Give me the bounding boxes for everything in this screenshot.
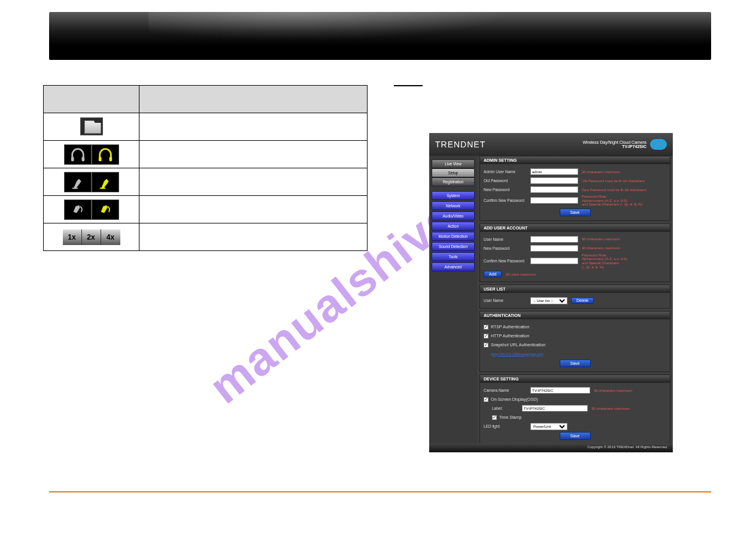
shot-footer: Copyright © 2013 TRENDnet. All Rights Re… [429, 443, 673, 452]
svg-rect-5 [99, 188, 105, 189]
th-icon [44, 86, 139, 113]
add-button[interactable]: Add [484, 271, 502, 277]
speaker-on-icon [92, 200, 119, 220]
cell-headphone-desc [139, 141, 368, 168]
icon-definition-table: 1x 2x 4x [43, 85, 368, 251]
label-note: 30 characters maximum [591, 407, 666, 410]
panel-auth: AUTHENTICATION RTSP Authentication HTTP … [479, 311, 670, 372]
sidebar-item-registration[interactable]: Registration [432, 177, 475, 186]
add-user-note: 30 characters maximum [582, 237, 666, 241]
page-banner [49, 12, 711, 60]
svg-rect-1 [81, 156, 84, 161]
led-label: LED light: [484, 424, 530, 428]
led-select[interactable]: Power/Link [530, 423, 567, 430]
brand-logo: TRENDNET [435, 140, 485, 149]
label-input[interactable] [522, 405, 588, 412]
camera-model: TV-IP742SIC [582, 144, 646, 149]
admin-conf-label: Confirm New Password [484, 198, 530, 202]
zoom-buttons-icon: 1x 2x 4x [62, 228, 122, 246]
admin-new-input[interactable] [530, 186, 578, 193]
panel-add-title: ADD USER ACCOUNT [480, 224, 670, 232]
osd-label: On-Screen Display(OSD) [491, 397, 538, 401]
snap-label: Snapshot URL Authentication [491, 343, 545, 347]
shot-header: TRENDNET Wireless Day/Night Cloud Camera… [429, 133, 673, 156]
panel-add-user: ADD USER ACCOUNT User Name30 characters … [479, 223, 670, 282]
zoom-1x: 1x [63, 229, 82, 245]
cell-storage-icon [44, 113, 139, 141]
cell-zoom-icons: 1x 2x 4x [44, 223, 139, 251]
zoom-4x: 4x [101, 229, 120, 245]
admin-conf-input[interactable] [530, 197, 578, 204]
th-desc [139, 86, 368, 113]
cell-mic-desc [139, 168, 368, 196]
user-list-select[interactable]: -- User list -- [530, 297, 567, 304]
add-conf-input[interactable] [530, 258, 578, 264]
sidebar-item-advanced[interactable]: Advanced [432, 262, 475, 271]
sidebar-item-system[interactable]: System [432, 191, 475, 200]
admin-old-note: Old Password must be 8~16 characters [582, 179, 666, 183]
snap-checkbox[interactable] [484, 343, 488, 347]
cell-speaker-desc [139, 196, 368, 223]
add-limit: 20 users maximum [505, 273, 666, 276]
admin-screenshot: TRENDNET Wireless Day/Night Cloud Camera… [429, 133, 673, 452]
admin-user-label: Admin User Name [484, 170, 530, 174]
panel-device-title: DEVICE SETTING [480, 375, 670, 383]
add-user-label: User Name [484, 237, 530, 241]
sidebar: Live View Setup Registration System Netw… [429, 156, 477, 443]
sidebar-item-setup[interactable]: Setup [432, 168, 475, 177]
osd-checkbox[interactable] [484, 397, 488, 402]
http-checkbox[interactable] [484, 334, 488, 338]
shot-header-right: Wireless Day/Night Cloud Camera TV-IP742… [582, 139, 667, 150]
add-new-label: New Password [484, 246, 530, 250]
cell-mic-icons [44, 168, 139, 196]
delete-button[interactable]: Delete [571, 297, 594, 304]
sidebar-item-liveview[interactable]: Live View [432, 159, 475, 168]
admin-old-input[interactable] [530, 177, 578, 184]
add-conf-label: Confirm New Password [484, 259, 530, 263]
timestamp-checkbox[interactable] [492, 415, 497, 420]
sidebar-item-audio-video[interactable]: Audio/Video [432, 211, 475, 220]
camera-name-note: 36 characters maximum [594, 389, 666, 392]
auth-save-button[interactable]: Save [560, 359, 591, 367]
add-new-input[interactable] [530, 245, 578, 252]
admin-save-button[interactable]: Save [560, 208, 591, 216]
cell-speaker-icons [44, 196, 139, 223]
list-user-label: User Name [484, 298, 530, 303]
http-label: HTTP Authentication [491, 334, 529, 338]
main-content: ADMIN SETTING Admin User Name20 characte… [477, 156, 673, 443]
admin-new-note: New Password must be 8~16 characters [582, 188, 666, 192]
camera-title: Wireless Day/Night Cloud Camera [582, 140, 646, 144]
zoom-2x: 2x [82, 229, 101, 245]
sidebar-item-motion[interactable]: Motion Detection [432, 232, 475, 241]
cloud-icon [650, 139, 667, 150]
sidebar-item-sound[interactable]: Sound Detection [432, 242, 475, 251]
cell-headphone-icons [44, 141, 139, 168]
add-user-input[interactable] [530, 236, 578, 243]
admin-old-label: Old Password [484, 179, 530, 183]
label-label: Label: [492, 406, 522, 410]
admin-user-note: 20 characters maximum [582, 170, 666, 174]
mic-off-icon [64, 172, 92, 192]
add-new-note: 30 characters maximum [582, 246, 666, 250]
device-save-button[interactable]: Save [560, 432, 591, 440]
sidebar-item-action[interactable]: Action [432, 222, 475, 231]
panel-user-list: USER LIST User Name-- User list --Delete [479, 285, 670, 309]
headphone-off-icon [64, 144, 92, 165]
panel-device: DEVICE SETTING Camera Name36 characters … [479, 374, 670, 443]
svg-rect-0 [71, 156, 74, 161]
rtsp-label: RTSP Authentication [491, 325, 529, 329]
headphone-on-icon [92, 144, 119, 165]
sidebar-item-network[interactable]: Network [432, 201, 475, 210]
sidebar-item-tools[interactable]: Tools [432, 252, 475, 261]
panel-list-title: USER LIST [480, 285, 670, 293]
panel-admin-title: ADMIN SETTING [480, 156, 670, 164]
rtsp-checkbox[interactable] [484, 325, 488, 330]
camera-name-input[interactable] [530, 387, 590, 394]
snap-url-link[interactable]: (http://10.0.0.158/image/jpeg.cgi) [491, 352, 544, 356]
admin-new-label: New Password [484, 188, 530, 192]
admin-user-input[interactable] [530, 168, 578, 175]
panel-auth-title: AUTHENTICATION [480, 312, 670, 319]
cell-zoom-desc [139, 223, 368, 251]
speaker-off-icon [64, 200, 92, 220]
camera-name-label: Camera Name [484, 388, 530, 392]
